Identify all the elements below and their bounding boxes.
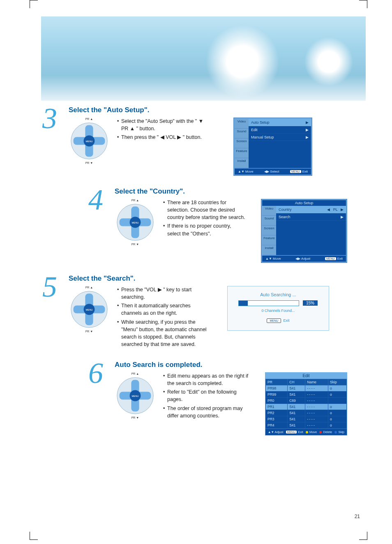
step-number: 5 (42, 274, 57, 300)
osd-menu-item: Country◀ PL ▶ (276, 206, 346, 213)
step-6: 6 Auto Search is completed. PR ▲ MENU PR… (39, 361, 367, 436)
svg-text:MENU: MENU (86, 309, 93, 311)
table-row: PR1S41- - - -o (266, 404, 347, 410)
svg-text:MENU: MENU (132, 221, 139, 224)
step-5: 5 Select the "Search". PR ▲ MENU PR ▼ (39, 274, 367, 349)
osd-move-hint: ▲▼ Move (265, 257, 281, 260)
edit-adjust-hint: ▲▼ Adjust (268, 430, 283, 434)
step-title: Select the "Auto Setup". (69, 106, 367, 114)
osd-side-item: Install (262, 245, 276, 255)
remote-dpad-illustration: PR ▲ MENU PR ▼ (69, 286, 110, 333)
osd-move-hint: ▲▼ Move (238, 170, 254, 173)
osd-menu-item: Auto Setup▶ (249, 119, 311, 126)
edit-move-hint: Move (306, 430, 317, 434)
osd-menu-item: Search▶ (276, 213, 346, 221)
osd-exit-hint: MENUExit (290, 170, 308, 173)
page-number: 21 (355, 514, 360, 519)
osd-menu-item: Manual Setup▶ (249, 134, 311, 141)
edit-exit-hint: MENUExit (286, 430, 303, 434)
osd-side-item: Sound (262, 216, 276, 226)
crop-mark-bl (30, 532, 38, 540)
osd-side-item: Screen (262, 226, 276, 235)
dpad-label-top: PR ▲ (131, 199, 139, 202)
bullet-item: Edit menu appears as on the right if the… (163, 372, 249, 387)
osd-side-item: Sound (235, 129, 249, 138)
edit-skip-hint: Skip (334, 430, 344, 434)
bullet-item: Refer to "Edit" on the following pages. (163, 388, 249, 403)
svg-text:MENU: MENU (132, 395, 139, 397)
osd-select-hint: ◀▶ Select (264, 170, 279, 173)
bullet-item: There are 18 countries for selection. Ch… (163, 199, 245, 221)
bullet-item: The order of stored program may differ a… (163, 405, 249, 420)
crop-mark-tr (359, 0, 367, 8)
osd-side-item: Feature (262, 235, 276, 245)
step-number: 6 (88, 360, 103, 387)
table-row: PR2S41- - - -o (266, 410, 347, 416)
step-bullets: Press the "VOL ▶ " key to start searchin… (117, 286, 212, 348)
step-number: 4 (88, 187, 103, 213)
osd-side-item: Feature (235, 148, 249, 158)
step-4: 4 Select the "Country". PR ▲ MENU PR ▼ (39, 187, 367, 263)
dpad-label-bottom: PR ▼ (85, 330, 93, 333)
table-header: Name (305, 379, 328, 385)
dpad-label-bottom: PR ▼ (131, 416, 139, 419)
osd-menu-item: Edit▶ (249, 126, 311, 134)
crop-mark-br (359, 532, 367, 540)
dpad-label-top: PR ▲ (131, 372, 139, 375)
svg-text:MENU: MENU (86, 140, 93, 143)
dandelion-graphic (205, 25, 279, 99)
table-row: PR4S41- - - -o (266, 422, 347, 429)
osd-auto-setup-menu: Auto Setup VideoSoundScreenFeatureInstal… (261, 199, 347, 263)
step-title: Select the "Search". (69, 274, 367, 283)
table-row: PR99S41- - - -o (266, 392, 347, 398)
crop-mark-tl (30, 0, 38, 8)
step-number: 3 (42, 105, 57, 132)
osd-title: Auto Setup (262, 200, 346, 206)
dpad-label-top: PR ▲ (85, 118, 93, 120)
step-title: Auto Search is completed. (115, 361, 367, 369)
table-header: CH (288, 379, 305, 385)
exit-hint: MENU Exit (238, 318, 318, 323)
osd-exit-hint: MENUExit (325, 257, 343, 260)
table-header: PR (266, 379, 288, 385)
channels-found: 0 Channels Found... (238, 309, 318, 313)
step-title: Select the "Country". (115, 187, 367, 196)
osd-edit-menu: Edit PRCHNameSkip PR98S41- - - -oPR99S41… (265, 372, 347, 436)
dandelion-graphic (304, 37, 353, 86)
step-bullets: There are 18 countries for selection. Ch… (163, 199, 245, 237)
progress-bar: 15% (238, 300, 299, 306)
step-bullets: Edit menu appears as on the right if the… (163, 372, 249, 420)
header-banner (41, 16, 366, 101)
table-row: PR0C69- - - - (266, 398, 347, 404)
table-row: PR98S41- - - -o (266, 385, 347, 392)
edit-table: PRCHNameSkip PR98S41- - - -oPR99S41- - -… (265, 379, 347, 429)
table-row: PR3S41- - - -o (266, 416, 347, 422)
searching-title: Auto Searching ... (238, 292, 318, 297)
osd-side-item: Install (235, 158, 249, 168)
osd-side-item: Video (235, 119, 249, 129)
remote-dpad-illustration: PR ▲ MENU PR ▼ (69, 118, 110, 164)
bullet-item: If there is no proper country, select th… (163, 222, 245, 237)
step-3: 3 Select the "Auto Setup". PR ▲ MENU PR … (39, 106, 367, 176)
remote-dpad-illustration: PR ▲ MENU PR ▼ (115, 199, 156, 246)
table-header: Skip (328, 379, 347, 385)
progress-percent: 15% (303, 300, 318, 306)
remote-dpad-illustration: PR ▲ MENU PR ▼ (115, 372, 156, 419)
dpad-label-top: PR ▲ (85, 286, 93, 289)
step-bullets: Select the "Auto Setup" with the " ▼ PR … (117, 118, 210, 141)
osd-auto-searching: Auto Searching ... 15% 0 Channels Found.… (227, 286, 329, 331)
osd-install-menu: VideoSoundScreenFeatureInstall Auto Setu… (233, 118, 312, 176)
bullet-item: Press the "VOL ▶ " key to start searchin… (117, 286, 212, 301)
dpad-label-bottom: PR ▼ (85, 161, 93, 164)
osd-side-item: Video (262, 206, 276, 216)
edit-delete-hint: Delete (319, 430, 332, 434)
osd-side-item: Screen (235, 138, 249, 148)
bullet-item: While searching, if you press the "Menu"… (117, 318, 212, 348)
edit-title: Edit (265, 373, 347, 379)
osd-adjust-hint: ◀▶ Adjust (295, 257, 310, 260)
bullet-item: Then press the " ◀ VOL ▶ " button. (117, 134, 210, 141)
bullet-item: Select the "Auto Setup" with the " ▼ PR … (117, 118, 210, 132)
bullet-item: Then it automatically searches channels … (117, 302, 212, 317)
dpad-label-bottom: PR ▼ (131, 243, 139, 246)
